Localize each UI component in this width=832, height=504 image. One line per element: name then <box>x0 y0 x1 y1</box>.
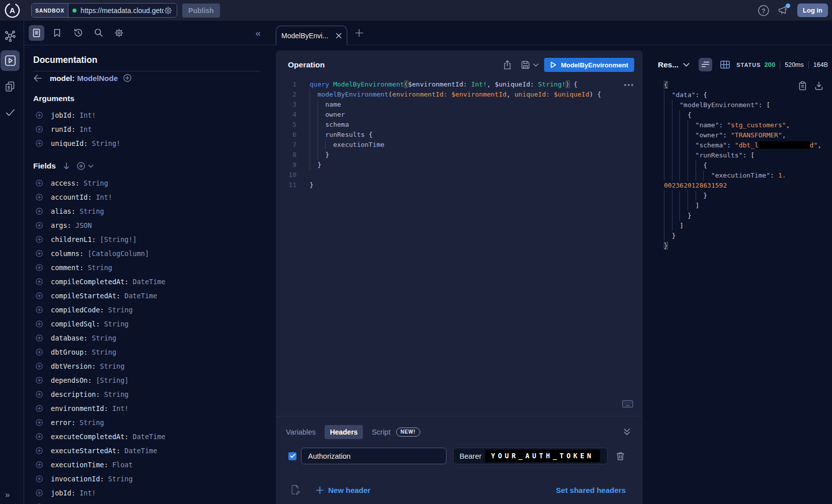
set-shared-headers-link[interactable]: Set shared headers <box>556 486 626 494</box>
sidebar-tab-search[interactable] <box>91 25 106 41</box>
sidebar-tab-documentation[interactable] <box>29 25 44 41</box>
field-signature[interactable]: database: String <box>51 334 116 342</box>
close-tab-icon[interactable] <box>336 33 342 39</box>
add-to-operation-plus-icon[interactable] <box>77 162 85 170</box>
document-edit-icon[interactable] <box>291 485 300 495</box>
add-to-operation-plus-icon[interactable] <box>36 433 43 440</box>
download-response-icon[interactable] <box>814 81 823 91</box>
add-to-operation-plus-icon[interactable] <box>36 222 43 229</box>
field-signature[interactable]: dbtVersion: String <box>51 362 124 370</box>
announcements-button[interactable] <box>778 5 789 16</box>
add-to-operation-plus-icon[interactable] <box>36 194 43 201</box>
field-signature[interactable]: compiledSql: String <box>51 320 128 328</box>
rail-item-checks[interactable] <box>1 103 20 122</box>
run-operation-button[interactable]: ModelByEnvironment <box>544 58 634 72</box>
add-to-operation-plus-icon[interactable] <box>36 236 43 243</box>
sidebar-tab-settings[interactable] <box>111 25 127 41</box>
field-signature[interactable]: description: String <box>51 390 128 398</box>
operation-menu-dots-icon[interactable] <box>624 84 633 86</box>
type-name[interactable]: ModelNode <box>77 74 118 82</box>
response-title[interactable]: Res... <box>658 60 678 69</box>
field-signature[interactable]: uniqueId: String! <box>51 139 120 147</box>
add-to-operation-plus-icon[interactable] <box>36 320 43 327</box>
sort-descending-icon[interactable] <box>63 162 70 170</box>
field-signature[interactable]: executionTime: Float <box>51 461 133 469</box>
endpoint-settings-gear-icon[interactable] <box>164 6 173 15</box>
field-signature[interactable]: compileCompletedAt: DateTime <box>51 278 166 286</box>
field-signature[interactable]: jobId: Int! <box>51 489 96 497</box>
new-header-button[interactable]: New header <box>316 486 370 494</box>
sidebar-tab-history[interactable] <box>70 25 86 41</box>
sidebar-tab-saved[interactable] <box>49 25 65 41</box>
field-signature[interactable]: jobId: Int! <box>51 111 96 119</box>
chevron-down-icon[interactable] <box>88 164 94 168</box>
apollo-logo[interactable]: A <box>0 2 24 19</box>
field-signature[interactable]: runId: Int <box>51 125 92 133</box>
add-to-operation-plus-icon[interactable] <box>36 377 43 384</box>
header-enabled-checkbox[interactable] <box>288 452 296 460</box>
add-type-button[interactable] <box>123 74 131 82</box>
add-to-operation-plus-icon[interactable] <box>36 419 43 426</box>
add-to-operation-plus-icon[interactable] <box>36 208 43 215</box>
collapse-dock-double-chevron-icon[interactable] <box>623 428 631 436</box>
formatted-view-button[interactable] <box>699 58 712 71</box>
help-icon[interactable]: ? <box>758 5 770 17</box>
add-to-operation-plus-icon[interactable] <box>36 278 43 285</box>
add-to-operation-plus-icon[interactable] <box>36 306 43 313</box>
copy-response-clipboard-icon[interactable] <box>798 81 807 91</box>
tab-variables[interactable]: Variables <box>286 428 316 436</box>
add-to-operation-plus-icon[interactable] <box>36 363 43 370</box>
rail-item-changelog[interactable] <box>1 77 20 96</box>
publish-button[interactable]: Publish <box>182 4 220 18</box>
field-signature[interactable]: childrenL1: [String!] <box>51 235 137 243</box>
field-signature[interactable]: columns: [CatalogColumn] <box>51 249 149 258</box>
response-json[interactable]: {"data": {"modelByEnvironment": [{"name"… <box>664 80 828 251</box>
add-to-operation-plus-icon[interactable] <box>36 334 43 342</box>
add-to-operation-plus-icon[interactable] <box>123 74 131 82</box>
field-signature[interactable]: accountId: Int! <box>51 193 112 201</box>
back-arrow-icon[interactable] <box>33 74 42 82</box>
sidebar-collapse-button[interactable]: « <box>255 28 261 38</box>
tab-script[interactable]: Script <box>372 428 391 436</box>
field-signature[interactable]: comment: String <box>51 264 112 272</box>
add-to-operation-plus-icon[interactable] <box>36 140 43 147</box>
add-to-operation-plus-icon[interactable] <box>36 447 43 454</box>
field-signature[interactable]: compiledCode: String <box>51 306 133 314</box>
field-signature[interactable]: dbtGroup: String <box>51 348 116 356</box>
add-all-fields-button[interactable] <box>77 162 85 170</box>
header-key-input[interactable]: Authorization <box>301 448 446 464</box>
graphql-editor[interactable]: 1234567891011 query ModelByEnvironment($… <box>276 79 643 416</box>
table-view-icon[interactable] <box>720 60 730 69</box>
field-signature[interactable]: invocationId: String <box>51 475 133 483</box>
field-signature[interactable]: environmentId: Int! <box>51 404 128 412</box>
add-to-operation-plus-icon[interactable] <box>36 126 43 133</box>
header-value-input[interactable]: Bearer YOUR_AUTH_TOKEN <box>453 448 608 464</box>
add-to-operation-plus-icon[interactable] <box>36 264 43 271</box>
save-icon[interactable] <box>521 60 530 69</box>
add-to-operation-plus-icon[interactable] <box>36 349 43 356</box>
save-options-chevron-icon[interactable] <box>533 63 539 67</box>
keyboard-shortcuts-icon[interactable] <box>622 400 633 408</box>
rail-item-explorer[interactable] <box>1 50 20 71</box>
login-button[interactable]: Log in <box>797 4 828 17</box>
endpoint-input[interactable]: https://metadata.cloud.getdbt.com/graphq… <box>68 4 177 17</box>
add-to-operation-plus-icon[interactable] <box>36 461 43 468</box>
rail-item-schema[interactable] <box>1 27 20 46</box>
add-to-operation-plus-icon[interactable] <box>36 489 43 496</box>
response-dropdown-chevron-icon[interactable] <box>683 63 690 67</box>
add-to-operation-plus-icon[interactable] <box>36 391 43 398</box>
new-tab-plus-icon[interactable] <box>355 29 363 37</box>
rail-expand-button[interactable]: » <box>5 490 24 500</box>
field-signature[interactable]: access: String <box>51 179 108 187</box>
field-signature[interactable]: args: JSON <box>51 221 92 229</box>
field-signature[interactable]: alias: String <box>51 207 104 215</box>
delete-header-trash-icon[interactable] <box>616 452 625 461</box>
operation-tab[interactable]: ModelByEnvi... <box>276 26 347 45</box>
tab-headers[interactable]: Headers <box>325 425 362 439</box>
add-to-operation-plus-icon[interactable] <box>36 112 43 119</box>
add-to-operation-plus-icon[interactable] <box>36 292 43 299</box>
add-to-operation-plus-icon[interactable] <box>36 180 43 187</box>
field-signature[interactable]: compileStartedAt: DateTime <box>51 292 157 300</box>
add-to-operation-plus-icon[interactable] <box>36 475 43 482</box>
field-signature[interactable]: executeCompletedAt: DateTime <box>51 433 166 441</box>
